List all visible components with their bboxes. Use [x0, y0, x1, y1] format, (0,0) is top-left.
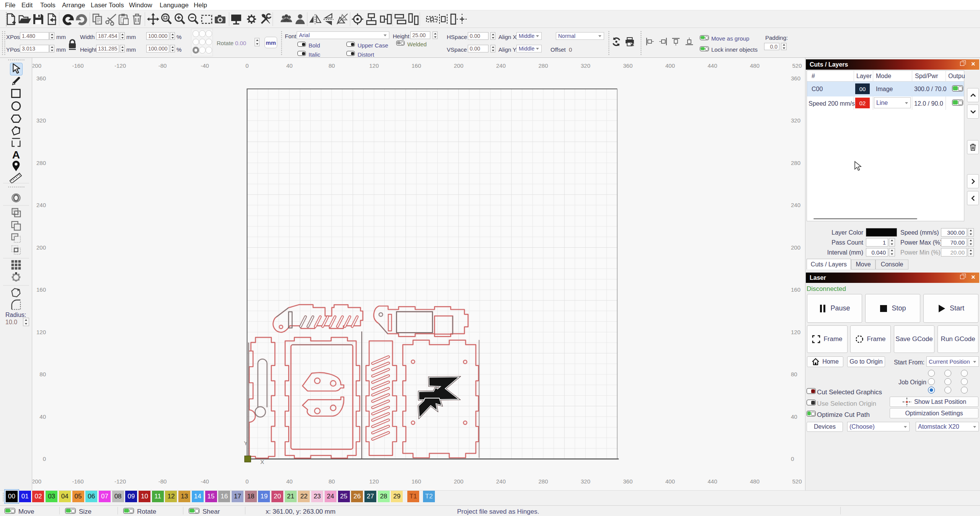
svg-text:Y: Y [244, 440, 248, 446]
svg-text:X: X [260, 459, 264, 465]
